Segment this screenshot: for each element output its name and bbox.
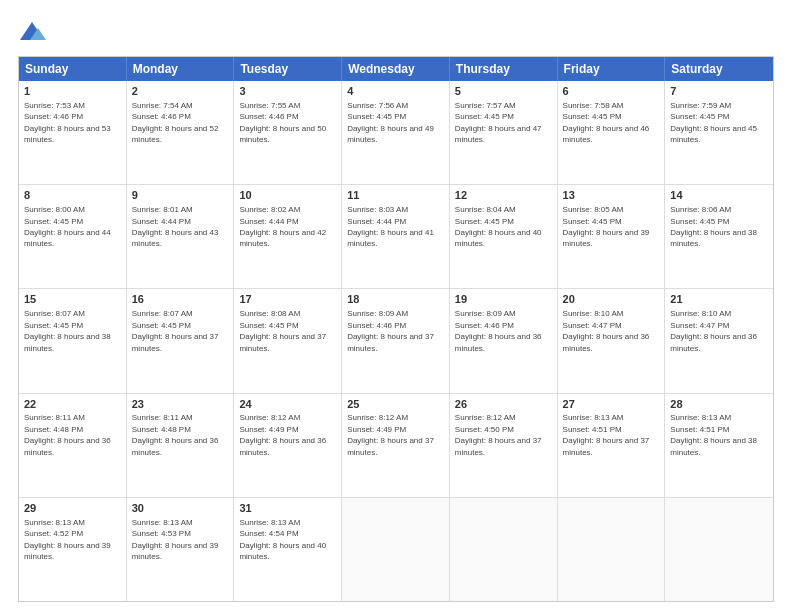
calendar-cell: 11Sunrise: 8:03 AMSunset: 4:44 PMDayligh…	[342, 185, 450, 288]
calendar: SundayMondayTuesdayWednesdayThursdayFrid…	[18, 56, 774, 602]
day-number: 11	[347, 188, 444, 203]
logo	[18, 18, 50, 46]
weekday-header: Saturday	[665, 57, 773, 81]
cell-info: Sunrise: 8:13 AMSunset: 4:54 PMDaylight:…	[239, 518, 326, 561]
day-number: 20	[563, 292, 660, 307]
calendar-cell: 4Sunrise: 7:56 AMSunset: 4:45 PMDaylight…	[342, 81, 450, 184]
calendar-cell: 24Sunrise: 8:12 AMSunset: 4:49 PMDayligh…	[234, 394, 342, 497]
calendar-cell: 13Sunrise: 8:05 AMSunset: 4:45 PMDayligh…	[558, 185, 666, 288]
day-number: 14	[670, 188, 768, 203]
calendar-week-row: 15Sunrise: 8:07 AMSunset: 4:45 PMDayligh…	[19, 288, 773, 392]
day-number: 27	[563, 397, 660, 412]
cell-info: Sunrise: 7:55 AMSunset: 4:46 PMDaylight:…	[239, 101, 326, 144]
calendar-cell: 28Sunrise: 8:13 AMSunset: 4:51 PMDayligh…	[665, 394, 773, 497]
calendar-cell: 19Sunrise: 8:09 AMSunset: 4:46 PMDayligh…	[450, 289, 558, 392]
day-number: 19	[455, 292, 552, 307]
cell-info: Sunrise: 8:12 AMSunset: 4:49 PMDaylight:…	[347, 413, 434, 456]
day-number: 2	[132, 84, 229, 99]
cell-info: Sunrise: 8:13 AMSunset: 4:51 PMDaylight:…	[563, 413, 650, 456]
cell-info: Sunrise: 8:13 AMSunset: 4:52 PMDaylight:…	[24, 518, 111, 561]
page: SundayMondayTuesdayWednesdayThursdayFrid…	[0, 0, 792, 612]
logo-icon	[18, 18, 46, 46]
weekday-header: Monday	[127, 57, 235, 81]
calendar-cell: 25Sunrise: 8:12 AMSunset: 4:49 PMDayligh…	[342, 394, 450, 497]
cell-info: Sunrise: 8:02 AMSunset: 4:44 PMDaylight:…	[239, 205, 326, 248]
weekday-header: Wednesday	[342, 57, 450, 81]
day-number: 30	[132, 501, 229, 516]
day-number: 13	[563, 188, 660, 203]
cell-info: Sunrise: 8:12 AMSunset: 4:49 PMDaylight:…	[239, 413, 326, 456]
calendar-cell: 3Sunrise: 7:55 AMSunset: 4:46 PMDaylight…	[234, 81, 342, 184]
cell-info: Sunrise: 7:58 AMSunset: 4:45 PMDaylight:…	[563, 101, 650, 144]
cell-info: Sunrise: 8:04 AMSunset: 4:45 PMDaylight:…	[455, 205, 542, 248]
day-number: 31	[239, 501, 336, 516]
cell-info: Sunrise: 8:10 AMSunset: 4:47 PMDaylight:…	[563, 309, 650, 352]
calendar-header: SundayMondayTuesdayWednesdayThursdayFrid…	[19, 57, 773, 81]
cell-info: Sunrise: 8:10 AMSunset: 4:47 PMDaylight:…	[670, 309, 757, 352]
day-number: 4	[347, 84, 444, 99]
calendar-cell: 8Sunrise: 8:00 AMSunset: 4:45 PMDaylight…	[19, 185, 127, 288]
day-number: 1	[24, 84, 121, 99]
day-number: 3	[239, 84, 336, 99]
day-number: 8	[24, 188, 121, 203]
calendar-cell: 18Sunrise: 8:09 AMSunset: 4:46 PMDayligh…	[342, 289, 450, 392]
header	[18, 18, 774, 46]
cell-info: Sunrise: 8:09 AMSunset: 4:46 PMDaylight:…	[347, 309, 434, 352]
calendar-cell: 23Sunrise: 8:11 AMSunset: 4:48 PMDayligh…	[127, 394, 235, 497]
calendar-cell: 1Sunrise: 7:53 AMSunset: 4:46 PMDaylight…	[19, 81, 127, 184]
cell-info: Sunrise: 7:59 AMSunset: 4:45 PMDaylight:…	[670, 101, 757, 144]
cell-info: Sunrise: 8:13 AMSunset: 4:51 PMDaylight:…	[670, 413, 757, 456]
cell-info: Sunrise: 8:09 AMSunset: 4:46 PMDaylight:…	[455, 309, 542, 352]
calendar-cell: 16Sunrise: 8:07 AMSunset: 4:45 PMDayligh…	[127, 289, 235, 392]
cell-info: Sunrise: 8:07 AMSunset: 4:45 PMDaylight:…	[24, 309, 111, 352]
cell-info: Sunrise: 7:53 AMSunset: 4:46 PMDaylight:…	[24, 101, 111, 144]
calendar-cell	[558, 498, 666, 601]
calendar-cell: 21Sunrise: 8:10 AMSunset: 4:47 PMDayligh…	[665, 289, 773, 392]
calendar-week-row: 29Sunrise: 8:13 AMSunset: 4:52 PMDayligh…	[19, 497, 773, 601]
day-number: 21	[670, 292, 768, 307]
cell-info: Sunrise: 8:11 AMSunset: 4:48 PMDaylight:…	[24, 413, 111, 456]
day-number: 9	[132, 188, 229, 203]
weekday-header: Friday	[558, 57, 666, 81]
cell-info: Sunrise: 8:05 AMSunset: 4:45 PMDaylight:…	[563, 205, 650, 248]
cell-info: Sunrise: 8:08 AMSunset: 4:45 PMDaylight:…	[239, 309, 326, 352]
calendar-cell: 7Sunrise: 7:59 AMSunset: 4:45 PMDaylight…	[665, 81, 773, 184]
calendar-cell	[450, 498, 558, 601]
calendar-cell: 14Sunrise: 8:06 AMSunset: 4:45 PMDayligh…	[665, 185, 773, 288]
calendar-cell: 9Sunrise: 8:01 AMSunset: 4:44 PMDaylight…	[127, 185, 235, 288]
cell-info: Sunrise: 8:03 AMSunset: 4:44 PMDaylight:…	[347, 205, 434, 248]
calendar-cell: 31Sunrise: 8:13 AMSunset: 4:54 PMDayligh…	[234, 498, 342, 601]
cell-info: Sunrise: 7:57 AMSunset: 4:45 PMDaylight:…	[455, 101, 542, 144]
calendar-cell: 26Sunrise: 8:12 AMSunset: 4:50 PMDayligh…	[450, 394, 558, 497]
weekday-header: Sunday	[19, 57, 127, 81]
calendar-week-row: 22Sunrise: 8:11 AMSunset: 4:48 PMDayligh…	[19, 393, 773, 497]
weekday-header: Thursday	[450, 57, 558, 81]
calendar-cell: 10Sunrise: 8:02 AMSunset: 4:44 PMDayligh…	[234, 185, 342, 288]
cell-info: Sunrise: 8:07 AMSunset: 4:45 PMDaylight:…	[132, 309, 219, 352]
day-number: 7	[670, 84, 768, 99]
calendar-body: 1Sunrise: 7:53 AMSunset: 4:46 PMDaylight…	[19, 81, 773, 601]
day-number: 24	[239, 397, 336, 412]
calendar-week-row: 8Sunrise: 8:00 AMSunset: 4:45 PMDaylight…	[19, 184, 773, 288]
day-number: 18	[347, 292, 444, 307]
day-number: 25	[347, 397, 444, 412]
calendar-week-row: 1Sunrise: 7:53 AMSunset: 4:46 PMDaylight…	[19, 81, 773, 184]
cell-info: Sunrise: 7:56 AMSunset: 4:45 PMDaylight:…	[347, 101, 434, 144]
calendar-cell: 30Sunrise: 8:13 AMSunset: 4:53 PMDayligh…	[127, 498, 235, 601]
cell-info: Sunrise: 7:54 AMSunset: 4:46 PMDaylight:…	[132, 101, 219, 144]
cell-info: Sunrise: 8:00 AMSunset: 4:45 PMDaylight:…	[24, 205, 111, 248]
cell-info: Sunrise: 8:01 AMSunset: 4:44 PMDaylight:…	[132, 205, 219, 248]
day-number: 10	[239, 188, 336, 203]
cell-info: Sunrise: 8:13 AMSunset: 4:53 PMDaylight:…	[132, 518, 219, 561]
day-number: 29	[24, 501, 121, 516]
weekday-header: Tuesday	[234, 57, 342, 81]
day-number: 17	[239, 292, 336, 307]
calendar-cell	[342, 498, 450, 601]
calendar-cell: 17Sunrise: 8:08 AMSunset: 4:45 PMDayligh…	[234, 289, 342, 392]
calendar-cell: 27Sunrise: 8:13 AMSunset: 4:51 PMDayligh…	[558, 394, 666, 497]
cell-info: Sunrise: 8:12 AMSunset: 4:50 PMDaylight:…	[455, 413, 542, 456]
day-number: 6	[563, 84, 660, 99]
calendar-cell: 20Sunrise: 8:10 AMSunset: 4:47 PMDayligh…	[558, 289, 666, 392]
calendar-cell: 6Sunrise: 7:58 AMSunset: 4:45 PMDaylight…	[558, 81, 666, 184]
calendar-cell: 22Sunrise: 8:11 AMSunset: 4:48 PMDayligh…	[19, 394, 127, 497]
